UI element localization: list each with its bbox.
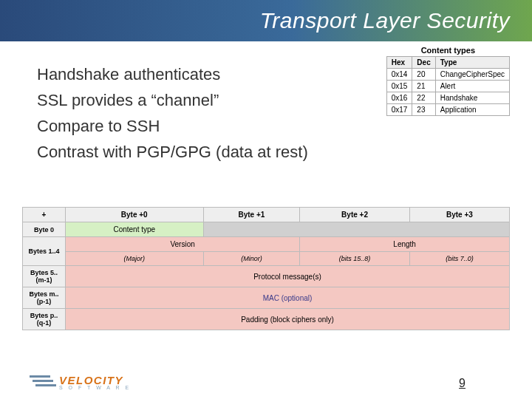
col-header: Byte +3 [409,208,509,222]
content-types-table: Hex Dec Type 0x14 20 ChangeCipherSpec 0x… [386,56,510,116]
col-header: + [23,208,66,222]
table-row: Bytes m..(p-1) MAC (optional) [23,287,510,309]
bullet-list: Handshake authenticates SSL provides a “… [37,62,347,164]
table-subrow: (Major) (Minor) (bits 15..8) (bits 7..0) [23,252,510,266]
record-layout-block: + Byte +0 Byte +1 Byte +2 Byte +3 Byte 0… [22,207,510,330]
slide-title: Transport Layer Security [260,8,510,33]
logo-icon [30,374,55,390]
table-header-row: + Byte +0 Byte +1 Byte +2 Byte +3 [23,208,510,222]
table-row: 0x17 23 Application [386,104,509,116]
col-header: Hex [386,57,412,69]
bullet-item: Contrast with PGP/GPG (data at rest) [37,140,347,164]
table-row: 0x15 21 Alert [386,81,509,92]
col-header: Byte +1 [203,208,300,222]
content-types-caption: Content types [386,46,510,56]
col-header: Byte +0 [66,208,204,222]
table-row: Bytes 1..4 Version Length [23,237,510,252]
bullet-item: SSL provides a “channel” [37,88,347,112]
record-layout-table: + Byte +0 Byte +1 Byte +2 Byte +3 Byte 0… [22,207,510,330]
table-row: Bytes 5..(m-1) Protocol message(s) [23,266,510,287]
col-header: Dec [412,57,435,69]
table-row: 0x16 22 Handshake [386,92,509,104]
bullet-item: Handshake authenticates [37,62,347,86]
bullet-item: Compare to SSH [37,114,347,138]
col-header: Type [435,57,509,69]
title-bar: Transport Layer Security [0,0,532,41]
table-row: Byte 0 Content type [23,222,510,237]
logo: VELOCITY S O F T W A R E [30,374,131,390]
content-types-block: Content types Hex Dec Type 0x14 20 Chang… [386,46,510,116]
table-row: Bytes p..(q-1) Padding (block ciphers on… [23,309,510,330]
col-header: Byte +2 [300,208,410,222]
footer: VELOCITY S O F T W A R E 9 [30,374,502,390]
table-row: 0x14 20 ChangeCipherSpec [386,69,509,81]
logo-subtitle: S O F T W A R E [59,385,131,390]
table-header-row: Hex Dec Type [386,57,509,69]
page-number: 9 [459,377,502,390]
